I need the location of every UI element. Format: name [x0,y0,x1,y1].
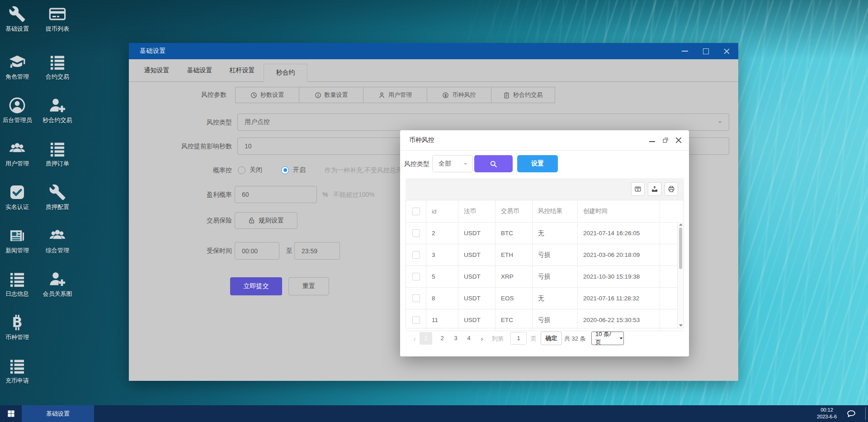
desktop-icon-miaoheyue[interactable]: 秒合约交易 [33,97,82,124]
cell-fiat: USDT [458,223,495,244]
radio-on-label[interactable]: 开启 [293,166,306,174]
modal-title: 币种风控 [409,136,434,144]
modal-minimize-button[interactable] [649,137,656,144]
scrollbar-thumb[interactable] [679,228,682,269]
total-count: 共 32 条 [564,335,586,343]
next-page-button[interactable]: › [476,332,488,345]
desktop-icon-chongbi[interactable]: 充币申请 [0,357,42,385]
table-row: 11 USDT ETC 亏损 2020-06-22 15:30:53 [406,309,684,331]
modal-titlebar[interactable]: 币种风控 [400,130,689,151]
export-button[interactable] [648,182,661,196]
desktop-icon-huiyuan[interactable]: 会员关系图 [33,270,82,298]
page-button-3[interactable]: 3 [449,332,462,345]
scroll-down-icon[interactable] [679,324,683,327]
maximize-button[interactable] [702,47,709,55]
insurance-label: 交易保险 [129,212,232,229]
reset-button[interactable]: 重置 [288,277,329,295]
row-checkbox[interactable] [412,273,420,280]
table-header-row: id 法币 交易币 风控结果 创建时间 [406,200,684,223]
cell-coin: ETH [495,244,533,266]
cell-created: 2021-07-16 11:28:32 [578,288,660,309]
time-to-input[interactable]: 23:59 [294,242,340,260]
list-icon [49,53,66,71]
modal-filter-select[interactable]: 全部 [432,155,473,172]
settings-button[interactable]: 设置 [517,155,558,172]
seconds-trade-button[interactable]: 秒合约交易 [491,87,555,103]
row-checkbox[interactable] [412,316,420,324]
row-checkbox[interactable] [412,229,420,237]
cell-result: 亏损 [533,244,578,266]
page-size-select[interactable]: 10 条/页 [591,332,624,345]
minimize-button[interactable] [681,47,689,55]
user-icon [378,92,385,99]
quantity-setting-button[interactable]: 数量设置 [299,87,363,103]
desktop-icon-label: 质押配置 [33,203,82,211]
page-button-1[interactable]: 1 [420,332,432,345]
taskbar-clock[interactable]: 00:12 2023-6-6 [814,407,840,420]
desktop-icon-bizhong[interactable]: B币种管理 [0,314,42,341]
columns-button[interactable] [631,182,645,196]
users-icon [49,227,66,244]
svg-text:B: B [12,314,23,330]
list-icon [9,270,26,288]
start-button[interactable] [0,405,22,422]
risk-button-label: 币种风控 [452,91,476,99]
cell-fiat: USDT [458,266,495,287]
table-row: 3 USDT ETH 亏损 2021-03-06 20:18:09 [406,244,684,266]
table-scrollbar[interactable] [677,222,684,328]
scroll-up-icon[interactable] [679,223,683,226]
close-button[interactable] [723,47,730,55]
rules-setting-label: 规则设置 [259,217,284,225]
show-desktop-divider[interactable] [865,407,866,420]
page-size-value: 10 条/页 [595,330,616,346]
submit-button[interactable]: 立即提交 [230,277,282,295]
radio-off[interactable] [238,166,245,174]
confirm-button[interactable]: 确定 [541,332,562,345]
card-icon [49,5,66,23]
radio-on[interactable] [281,166,289,174]
rules-setting-button[interactable]: 规则设置 [235,212,297,229]
taskbar-task-basic-settings[interactable]: 基础设置 [22,405,94,422]
select-all-checkbox[interactable] [412,208,420,215]
prev-page-button[interactable]: ‹ [408,332,421,345]
col-header-created: 创建时间 [578,200,660,222]
seconds-setting-button[interactable]: 秒数设置 [236,87,299,103]
desktop-icon-zhiya[interactable]: 质押订单 [33,140,82,168]
cell-id: 2 [426,223,458,244]
user-plus-icon [49,97,66,114]
time-from-input[interactable]: 00:00 [235,242,279,260]
radio-off-label[interactable]: 关闭 [250,166,262,174]
coin-risk-table: id 法币 交易币 风控结果 创建时间 2 USDT BTC 无 2021-07… [406,200,684,328]
desktop-icon-zhiyapz[interactable]: 质押配置 [33,184,82,211]
tab-notify[interactable]: 通知设置 [135,59,178,81]
profit-input[interactable]: 60 [235,186,317,203]
cell-id: 5 [426,266,458,287]
coin-risk-button[interactable]: $币种风控 [427,87,491,103]
goto-page-input[interactable]: 1 [510,332,527,345]
row-checkbox[interactable] [412,251,420,259]
profit-value: 60 [242,191,249,198]
cell-result: 无 [533,223,578,244]
modal-close-button[interactable] [675,137,682,144]
tab-seconds-contract[interactable]: 秒合约 [264,64,307,82]
page-button-4[interactable]: 4 [462,332,475,345]
desktop-icon-tibi[interactable]: 提币列表 [33,5,82,33]
search-button[interactable] [474,155,513,172]
desktop-icon-heyue[interactable]: 合约交易 [33,53,82,81]
cell-result: 亏损 [533,266,578,287]
window-titlebar[interactable]: 基础设置 [129,43,738,59]
user-manage-button[interactable]: 用户管理 [363,87,427,103]
chat-bubble-icon[interactable] [846,409,856,419]
risk-type-select[interactable]: 用户点控 [237,114,729,131]
export-icon [651,185,658,193]
tab-leverage[interactable]: 杠杆设置 [221,59,264,81]
page-button-2[interactable]: 2 [436,332,448,345]
row-checkbox[interactable] [412,294,420,302]
print-button[interactable] [665,182,678,196]
tab-basic[interactable]: 基础设置 [178,59,221,81]
cell-created: 2020-06-22 15:30:53 [578,309,660,331]
search-icon [489,160,498,168]
desktop-icon-zonghe[interactable]: 综合管理 [33,227,82,255]
cell-coin: XRP [495,266,533,287]
modal-expand-icon[interactable] [662,137,669,144]
